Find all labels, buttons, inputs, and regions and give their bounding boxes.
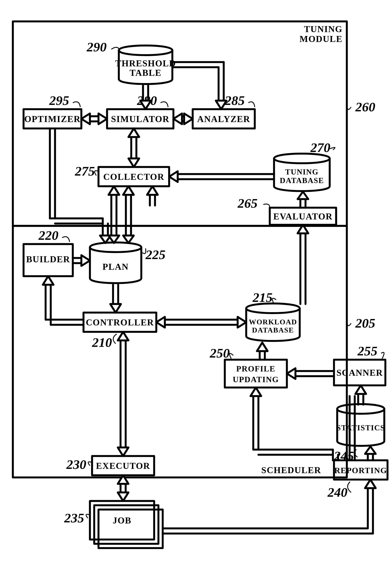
edge-controller-executor xyxy=(118,332,128,456)
svg-rect-0 xyxy=(98,510,163,548)
edge-plan-controller xyxy=(110,285,121,313)
scanner-label: SCANNER xyxy=(336,368,383,378)
job-label: JOB xyxy=(113,515,131,525)
builder-label: BUILDER xyxy=(26,254,70,264)
workload-database-label: WORKLOADDATABASE xyxy=(249,318,297,334)
profile-updating-ref: 250 xyxy=(210,346,230,360)
tuning-module-ref: 260 xyxy=(355,100,375,114)
edge-scanner-profile xyxy=(287,368,334,379)
executor-ref: 230 xyxy=(66,457,86,472)
tuning-database-cylinder: TUNINGDATABASE xyxy=(274,154,330,191)
evaluator-label: EVALUATOR xyxy=(273,211,333,221)
collector-ref: 275 xyxy=(75,164,95,178)
scheduler-ref: 205 xyxy=(355,316,375,330)
analyzer-ref: 285 xyxy=(225,93,245,108)
statistics-label: STATISTICS xyxy=(336,423,385,432)
edge-profile-workload xyxy=(257,342,268,360)
optimizer-label: OPTIMIZER xyxy=(24,114,81,124)
edge-executor-job xyxy=(118,475,128,501)
threshold-table-cylinder: THRESHOLDTABLE xyxy=(115,46,176,84)
workload-database-ref: 215 xyxy=(253,290,273,305)
edge-controller-builder xyxy=(43,276,83,325)
profile-updating-label-2: UPDATING xyxy=(233,375,279,384)
edge-collector-plan xyxy=(109,186,134,243)
controller-label: CONTROLLER xyxy=(86,317,154,327)
profile-updating-label-1: PROFILE xyxy=(236,364,276,373)
edge-optimizer-plan-2 xyxy=(100,218,111,243)
evaluator-ref: 265 xyxy=(237,196,258,211)
job-ref: 235 xyxy=(64,511,84,525)
edge-tuningdb-collector xyxy=(169,171,274,182)
builder-ref: 220 xyxy=(38,228,58,243)
edge-workload-evaluator xyxy=(298,225,308,304)
simulator-label: SIMULATOR xyxy=(111,114,169,124)
collector-label: COLLECTOR xyxy=(103,172,164,182)
edge-statistics-scanner xyxy=(355,385,366,405)
analyzer-label: ANALYZER xyxy=(197,114,250,124)
edge-reporting-statistics xyxy=(365,446,376,460)
edge-threshold-analyzer xyxy=(172,62,227,109)
edge-controller-workload xyxy=(156,317,246,328)
edge-optimizer-simulator xyxy=(81,114,107,124)
job-stack: JOB xyxy=(90,501,163,548)
edge-into-collector-right xyxy=(147,186,158,206)
threshold-table-ref: 290 xyxy=(86,40,107,54)
workload-database-cylinder: WORKLOADDATABASE xyxy=(246,304,300,341)
scanner-ref: 255 xyxy=(357,344,378,358)
edge-reporting-profile-2 xyxy=(251,387,338,460)
tuning-module-label: TUNINGMODULE xyxy=(300,24,343,44)
edge-simulator-collector xyxy=(128,129,139,167)
threshold-table-label: THRESHOLDTABLE xyxy=(115,59,176,78)
reporting-label: REPORTING xyxy=(334,466,387,475)
tuning-database-ref: 270 xyxy=(310,140,330,155)
executor-label: EXECUTOR xyxy=(96,461,150,471)
statistics-cylinder: STATISTICS xyxy=(336,404,385,446)
tuning-database-label: TUNINGDATABASE xyxy=(280,168,324,185)
plan-cylinder: PLAN xyxy=(90,243,141,283)
plan-label: PLAN xyxy=(103,262,129,272)
plan-ref: 225 xyxy=(145,247,165,262)
edge-builder-plan xyxy=(73,255,90,266)
optimizer-ref: 295 xyxy=(49,93,69,108)
edge-evaluator-tuningdb xyxy=(298,192,308,208)
edge-simulator-analyzer xyxy=(173,114,193,124)
controller-ref: 210 xyxy=(92,335,112,350)
reporting-ref: 240 xyxy=(327,485,347,500)
scheduler-label: SCHEDULER xyxy=(261,465,321,475)
